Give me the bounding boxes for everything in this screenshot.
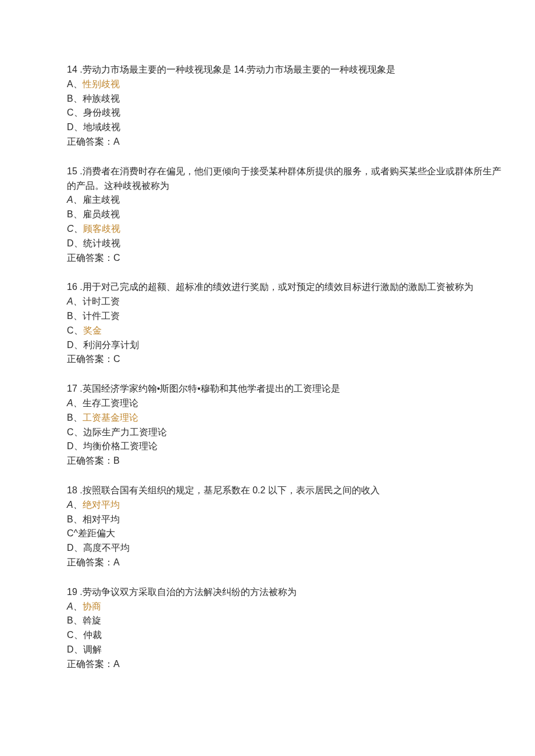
question-text: 英国经济学家约翰•斯图尔特•穆勒和其他学者提出的工资理论是 <box>83 384 340 393</box>
option-c: C、仲裁 <box>67 628 503 643</box>
option-text: 调解 <box>83 644 102 654</box>
answer-line: 正确答案：A <box>67 135 503 149</box>
answer-label: 正确答案： <box>67 456 113 465</box>
option-letter: C、 <box>67 325 83 335</box>
option-text: 计时工资 <box>83 296 120 306</box>
question-sep: . <box>77 384 83 393</box>
option-text: 计件工资 <box>83 311 120 321</box>
option-letter: C、 <box>67 108 83 117</box>
option-letter: A、 <box>67 79 83 89</box>
option-letter: D、 <box>67 340 83 350</box>
option-b: B、雇员歧视 <box>67 207 503 222</box>
option-text: 高度不平均 <box>83 543 130 553</box>
question-text: 按照联合国有关组织的规定，基尼系数在 0.2 以下，表示居民之间的收入 <box>83 485 380 495</box>
answer-line: 正确答案：A <box>67 657 503 672</box>
option-letter: A、 <box>67 296 83 306</box>
option-b: B、相对平均 <box>67 513 503 527</box>
option-c: C、身份歧视 <box>67 106 503 120</box>
option-letter: C、 <box>67 224 83 234</box>
question-block: 18 .按照联合国有关组织的规定，基尼系数在 0.2 以下，表示居民之间的收入 … <box>67 483 503 570</box>
option-text: 均衡价格工资理论 <box>83 441 158 451</box>
option-text: 性别歧视 <box>83 79 120 89</box>
option-text: 差距偏大 <box>78 528 115 538</box>
option-text: 仲裁 <box>83 630 102 640</box>
question-number: 17 <box>67 384 77 393</box>
option-text: 统计歧视 <box>83 238 120 248</box>
question-sep: . <box>77 65 83 74</box>
question-sep: . <box>77 282 83 292</box>
option-text: 奖金 <box>83 325 102 335</box>
option-b: B、计件工资 <box>67 309 503 324</box>
question-text: 消费者在消费时存在偏见，他们更倾向于接受某种群体所提供的服务，或者购买某些企业或… <box>67 166 501 191</box>
option-d: D、利润分享计划 <box>67 338 503 353</box>
option-a: A、雇主歧视 <box>67 193 503 207</box>
option-c: C、边际生产力工资理论 <box>67 425 503 440</box>
question-line: 18 .按照联合国有关组织的规定，基尼系数在 0.2 以下，表示居民之间的收入 <box>67 483 503 498</box>
option-b: B、斡旋 <box>67 614 503 628</box>
option-text: 绝对平均 <box>83 500 120 510</box>
option-d: D、调解 <box>67 643 503 657</box>
option-letter: A、 <box>67 601 83 611</box>
answer-line: 正确答案：B <box>67 454 503 468</box>
option-text: 斡旋 <box>83 615 101 625</box>
option-letter: A、 <box>67 500 83 510</box>
option-letter: B、 <box>67 615 83 625</box>
question-number: 15 <box>67 166 77 176</box>
answer-value: C <box>113 253 120 263</box>
option-letter: C、 <box>67 427 83 437</box>
answer-value: A <box>113 659 120 669</box>
questions-container: 14 .劳动力市场最主要的一种歧视现象是 14.劳动力市场最主要的一种歧视现象是… <box>67 63 503 671</box>
option-text: 协商 <box>83 601 101 611</box>
option-letter: D、 <box>67 122 83 132</box>
option-d: D、均衡价格工资理论 <box>67 439 503 454</box>
answer-label: 正确答案： <box>67 354 113 364</box>
question-text: 劳动力市场最主要的一种歧视现象是 14.劳动力市场最主要的一种歧视现象是 <box>83 65 396 74</box>
option-d: D、地域歧视 <box>67 120 503 135</box>
question-line: 16 .用于对己完成的超额、超标准的绩效进行奖励，或对预定的绩效目标进行激励的激… <box>67 280 503 295</box>
question-number: 18 <box>67 485 77 495</box>
option-text: 顾客歧视 <box>83 224 120 234</box>
question-block: 19 .劳动争议双方采取自治的方法解决纠纷的方法被称为 A、协商 B、斡旋 C、… <box>67 585 503 672</box>
answer-line: 正确答案：C <box>67 352 503 367</box>
answer-value: C <box>113 354 120 364</box>
option-a: A、绝对平均 <box>67 498 503 513</box>
question-sep: . <box>77 587 83 597</box>
answer-line: 正确答案：C <box>67 251 503 266</box>
option-letter: A、 <box>67 195 83 205</box>
question-block: 15 .消费者在消费时存在偏见，他们更倾向于接受某种群体所提供的服务，或者购买某… <box>67 164 503 266</box>
question-number: 16 <box>67 282 77 292</box>
option-c: C、顾客歧视 <box>67 222 503 237</box>
option-text: 生存工资理论 <box>83 398 138 408</box>
answer-label: 正确答案： <box>67 557 113 567</box>
option-b: B、工资基金理论 <box>67 411 503 425</box>
question-sep: . <box>77 166 83 176</box>
question-block: 17 .英国经济学家约翰•斯图尔特•穆勒和其他学者提出的工资理论是 A、生存工资… <box>67 382 503 468</box>
option-c: C^差距偏大 <box>67 526 503 541</box>
question-line: 15 .消费者在消费时存在偏见，他们更倾向于接受某种群体所提供的服务，或者购买某… <box>67 164 503 194</box>
option-text: 利润分享计划 <box>83 340 139 350</box>
answer-line: 正确答案：A <box>67 556 503 570</box>
question-line: 19 .劳动争议双方采取自治的方法解决纠纷的方法被称为 <box>67 585 503 600</box>
question-line: 17 .英国经济学家约翰•斯图尔特•穆勒和其他学者提出的工资理论是 <box>67 382 503 396</box>
option-d: D、高度不平均 <box>67 541 503 556</box>
question-number: 19 <box>67 587 77 597</box>
answer-label: 正确答案： <box>67 659 113 669</box>
option-text: 边际生产力工资理论 <box>83 427 167 437</box>
option-a: A、生存工资理论 <box>67 396 503 411</box>
question-line: 14 .劳动力市场最主要的一种歧视现象是 14.劳动力市场最主要的一种歧视现象是 <box>67 63 503 77</box>
option-a: A、性别歧视 <box>67 77 503 92</box>
option-letter: D、 <box>67 441 83 451</box>
answer-value: A <box>113 137 120 146</box>
option-letter: B、 <box>67 209 83 219</box>
option-text: 雇员歧视 <box>83 209 120 219</box>
option-letter: C、 <box>67 630 83 640</box>
option-letter: D、 <box>67 644 83 654</box>
option-letter: D、 <box>67 238 83 248</box>
option-letter: B、 <box>67 514 83 524</box>
option-a: A、计时工资 <box>67 295 503 309</box>
answer-label: 正确答案： <box>67 137 113 146</box>
option-text: 工资基金理论 <box>83 413 138 422</box>
option-a: A、协商 <box>67 600 503 614</box>
option-text: 种族歧视 <box>83 94 120 103</box>
option-letter: B、 <box>67 311 83 321</box>
